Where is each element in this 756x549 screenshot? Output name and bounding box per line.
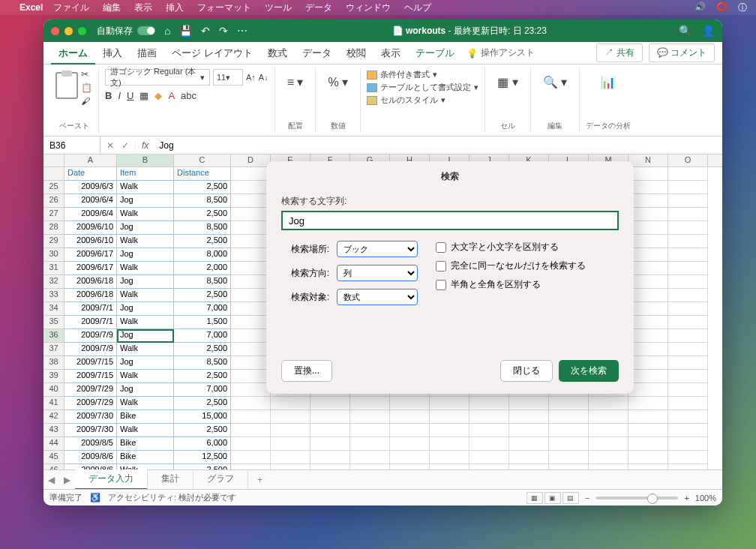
cell-item[interactable]: Bike	[117, 410, 174, 424]
cell-date[interactable]: 2009/7/15	[64, 370, 117, 383]
cell[interactable]	[430, 437, 470, 451]
menu-item[interactable]: ファイル	[53, 2, 89, 13]
select-all-corner[interactable]	[44, 154, 64, 166]
cancel-icon[interactable]: ✕	[106, 140, 114, 151]
cell[interactable]	[350, 437, 390, 451]
close-window-button[interactable]	[51, 27, 59, 35]
cell-item[interactable]: Jog	[117, 356, 174, 370]
cell-distance[interactable]: 2,500	[174, 424, 231, 437]
bold-button[interactable]: B	[105, 90, 112, 101]
zoom-slider[interactable]	[596, 496, 678, 500]
cell[interactable]	[628, 316, 668, 329]
cell-styles-button[interactable]: セルのスタイル ▾	[367, 94, 478, 106]
cell[interactable]	[509, 464, 549, 470]
direction-select[interactable]: 列	[337, 265, 418, 281]
menu-item[interactable]: ツール	[265, 2, 292, 13]
formula-input[interactable]: Jog	[154, 140, 722, 151]
cell[interactable]	[231, 424, 271, 437]
page-break-button[interactable]: ▤	[562, 492, 579, 504]
cell[interactable]	[668, 221, 708, 235]
find-next-button[interactable]: 次を検索	[559, 360, 619, 382]
ribbon-tab[interactable]: 表示	[374, 43, 408, 63]
cell[interactable]	[589, 437, 628, 451]
cell[interactable]	[628, 370, 668, 383]
cell[interactable]	[350, 424, 390, 437]
cell[interactable]	[231, 235, 271, 248]
column-header[interactable]: N	[628, 154, 668, 166]
cell[interactable]	[470, 397, 509, 410]
cell[interactable]	[310, 397, 350, 410]
cell-item[interactable]: Walk	[117, 235, 174, 248]
cell[interactable]	[350, 464, 390, 470]
analysis-icon[interactable]: 📊	[595, 69, 622, 95]
close-button[interactable]: 閉じる	[500, 360, 553, 382]
cell-distance[interactable]: 12,500	[174, 451, 231, 464]
menu-item[interactable]: フォーマット	[197, 2, 251, 13]
cell[interactable]	[470, 451, 509, 464]
cells-icon[interactable]: ▦ ▾	[491, 69, 524, 95]
column-header[interactable]: D	[231, 154, 271, 166]
cell-date[interactable]: 2009/8/6	[64, 464, 117, 470]
maximize-window-button[interactable]	[78, 27, 86, 35]
row-header[interactable]: 37	[44, 343, 64, 356]
cell[interactable]	[549, 464, 589, 470]
cell[interactable]	[628, 248, 668, 262]
cell[interactable]	[231, 464, 271, 470]
cell-date[interactable]: 2009/6/4	[64, 194, 117, 208]
cell[interactable]	[430, 464, 470, 470]
cell-date[interactable]: 2009/6/18	[64, 289, 117, 302]
menu-item[interactable]: ウィンドウ	[346, 2, 391, 13]
menu-item[interactable]: 挿入	[166, 2, 184, 13]
cell[interactable]	[668, 370, 708, 383]
cell-date[interactable]: 2009/6/17	[64, 248, 117, 262]
cell[interactable]	[271, 464, 310, 470]
normal-view-button[interactable]: ▦	[526, 492, 543, 504]
row-header[interactable]: 39	[44, 370, 64, 383]
cell[interactable]	[231, 289, 271, 302]
cell[interactable]	[549, 397, 589, 410]
sheet-tab[interactable]: データ入力	[75, 470, 148, 490]
row-header[interactable]: 44	[44, 437, 64, 451]
cell[interactable]	[350, 451, 390, 464]
cell[interactable]	[628, 451, 668, 464]
cell[interactable]	[231, 437, 271, 451]
ribbon-tab[interactable]: 数式	[260, 43, 295, 63]
cell-item[interactable]: Walk	[117, 181, 174, 194]
cell-item[interactable]: Jog	[117, 302, 174, 316]
cell[interactable]	[628, 329, 668, 343]
menu-item[interactable]: データ	[305, 2, 332, 13]
cell[interactable]	[231, 451, 271, 464]
match-case-checkbox[interactable]: 大文字と小文字を区別する	[436, 241, 586, 254]
cell[interactable]	[231, 221, 271, 235]
cell[interactable]	[231, 262, 271, 275]
cell[interactable]	[310, 437, 350, 451]
cell-distance[interactable]: 6,000	[174, 437, 231, 451]
cell[interactable]	[470, 464, 509, 470]
cell-date[interactable]: 2009/7/1	[64, 302, 117, 316]
cell[interactable]	[310, 451, 350, 464]
menu-item[interactable]: ヘルプ	[404, 2, 431, 13]
cell[interactable]	[628, 437, 668, 451]
cell[interactable]	[509, 424, 549, 437]
cell[interactable]	[231, 329, 271, 343]
cell[interactable]	[271, 424, 310, 437]
cell[interactable]	[628, 221, 668, 235]
match-width-checkbox[interactable]: 半角と全角を区別する	[436, 278, 586, 291]
cell[interactable]	[628, 194, 668, 208]
cell-distance[interactable]: 7,000	[174, 302, 231, 316]
cell[interactable]	[589, 410, 628, 424]
font-size-select[interactable]: 11 ▾	[213, 69, 243, 86]
cell-distance[interactable]: 8,500	[174, 356, 231, 370]
cell-item[interactable]: Walk	[117, 262, 174, 275]
cell-item[interactable]: Walk	[117, 464, 174, 470]
comment-button[interactable]: 💬 コメント	[649, 44, 715, 62]
cell-distance[interactable]: 2,500	[174, 208, 231, 221]
sheet-tab[interactable]: 集計	[148, 470, 194, 490]
cell[interactable]	[628, 289, 668, 302]
ribbon-tab[interactable]: 描画	[130, 43, 164, 63]
target-select[interactable]: 数式	[337, 289, 418, 305]
menu-app-name[interactable]: Excel	[20, 2, 43, 13]
cell[interactable]	[271, 437, 310, 451]
column-header[interactable]: B	[117, 154, 174, 166]
cell-date[interactable]: 2009/6/3	[64, 181, 117, 194]
